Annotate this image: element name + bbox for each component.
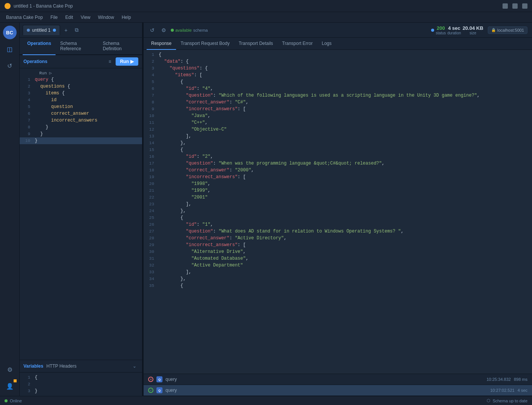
- tab-logs[interactable]: Logs: [317, 38, 336, 50]
- res-line: 32 "Active Department": [144, 262, 532, 269]
- tab-transport-details[interactable]: Transport Details: [234, 38, 278, 50]
- variables-header[interactable]: Variables HTTP Headers ⌄: [20, 360, 142, 373]
- history-time: 10:25:34.832: [487, 377, 511, 382]
- menu-view[interactable]: View: [77, 13, 93, 22]
- top-bar: ↺ ⚙ available schema 200 status: [144, 23, 532, 38]
- code-line: 10 }: [20, 137, 142, 144]
- tab-schema-reference[interactable]: Schema Reference: [56, 38, 98, 55]
- code-line: 1 query {: [20, 76, 142, 83]
- res-line: 34 },: [144, 276, 532, 282]
- query-type-badge: Q: [156, 387, 162, 393]
- res-line: 19 "incorrect_answers": [: [144, 174, 532, 180]
- size-value: 20.04 KB: [462, 25, 483, 31]
- code-line: 4 id: [20, 97, 142, 103]
- tab-schema-definition[interactable]: Schema Definition: [98, 38, 139, 55]
- online-status: Online: [10, 399, 22, 403]
- settings-button[interactable]: ⚙: [159, 26, 168, 34]
- menu-help[interactable]: Help: [119, 13, 134, 22]
- menu-edit[interactable]: Edit: [62, 13, 76, 22]
- res-line: 9 "incorrect_answers": [: [144, 106, 532, 112]
- code-line: 6 correct_answer: [20, 110, 142, 117]
- refresh-button[interactable]: ↺: [148, 26, 156, 34]
- menu-file[interactable]: File: [47, 13, 60, 22]
- res-line: 21 "1999",: [144, 187, 532, 194]
- code-line: 5 question: [20, 103, 142, 110]
- res-line: 31 "Automated Database",: [144, 255, 532, 262]
- online-dot: [5, 399, 8, 402]
- close-button[interactable]: [522, 3, 527, 9]
- res-line: 18 "correct_answer": "2000",: [144, 167, 532, 174]
- history-duration: 4 sec: [518, 388, 527, 393]
- tab-response[interactable]: Response: [147, 38, 176, 50]
- res-line: 24 },: [144, 208, 532, 214]
- history-item-error[interactable]: ✕ Q query 10:25:34.832 898 ms: [144, 374, 532, 385]
- settings-icon[interactable]: ⚙: [3, 363, 17, 376]
- tab-operations[interactable]: Operations: [23, 38, 56, 55]
- prettify-button[interactable]: ≡: [106, 57, 114, 66]
- title-bar: untitled 1 - Banana Cake Pop: [0, 0, 532, 12]
- status-dot: [431, 29, 434, 32]
- res-line: 22 "2001": [144, 194, 532, 201]
- top-bar-left: ↺ ⚙ available schema: [148, 26, 208, 34]
- operations-header: Operations ≡ Run ▶: [20, 55, 142, 68]
- res-line: 17 "question": "When was the programming…: [144, 160, 532, 167]
- code-editor[interactable]: Run ▷ 1 query { 2 questions { 3 items { …: [20, 68, 142, 360]
- res-line: 33 ],: [144, 269, 532, 276]
- res-line: 1{: [144, 51, 532, 58]
- tab-transport-request[interactable]: Transport Request Body: [176, 38, 234, 50]
- sidebar: BC ◫ ↺ ⚙ 👤: [0, 23, 20, 396]
- window-controls[interactable]: [503, 3, 527, 9]
- run-button[interactable]: Run ▶: [116, 57, 138, 66]
- lock-icon: 🔒: [491, 28, 496, 32]
- size-label: size: [470, 31, 476, 35]
- history-item-success[interactable]: ✓ Q query 10:27:02.521 4 sec: [144, 385, 532, 396]
- res-line: 13 ],: [144, 133, 532, 140]
- variables-tab[interactable]: Variables: [23, 363, 43, 369]
- res-line: 16 "id": "2",: [144, 153, 532, 160]
- schema-status: available schema: [171, 28, 208, 32]
- res-line: 26 "id": "1",: [144, 221, 532, 228]
- run-icon: ▶: [130, 59, 134, 64]
- http-headers-tab[interactable]: HTTP Headers: [46, 363, 77, 369]
- history-time: 10:27:02.521: [490, 388, 514, 393]
- collapse-button[interactable]: ⌄: [131, 362, 138, 370]
- documents-icon[interactable]: ◫: [3, 42, 17, 56]
- split-editor-button[interactable]: ⧉: [72, 26, 81, 35]
- res-line: 23 ],: [144, 201, 532, 208]
- status-item-size: 20.04 KB size: [462, 25, 483, 35]
- res-line: 27 "question": "What does AD stand for i…: [144, 228, 532, 235]
- schema-up-to-date-icon: ⬡: [487, 398, 490, 403]
- schema-status-text: Schema up to date: [493, 399, 527, 403]
- response-tabs: Response Transport Request Body Transpor…: [144, 38, 532, 50]
- bottom-left: Online: [5, 399, 22, 403]
- menu-app[interactable]: Banana Cake Pop: [3, 13, 46, 22]
- duration-value: 4 sec: [448, 25, 461, 31]
- res-line: 10 "Java",: [144, 112, 532, 119]
- tab-title: untitled 1: [32, 28, 51, 33]
- history-query-label: query: [165, 377, 484, 382]
- maximize-button[interactable]: [512, 3, 518, 9]
- tab-transport-error[interactable]: Transport Error: [278, 38, 317, 50]
- menu-window[interactable]: Window: [95, 13, 117, 22]
- tab-unsaved-indicator: [53, 29, 56, 32]
- variables-content[interactable]: 1 { 2 3 }: [20, 373, 142, 396]
- minimize-button[interactable]: [503, 3, 508, 9]
- code-line: 3 items {: [20, 90, 142, 97]
- var-line: 2: [20, 381, 142, 388]
- response-content[interactable]: 1{ 2 "data": { 3 "questions": { 4 "items…: [144, 50, 532, 374]
- res-line: 12 "Objective-C": [144, 126, 532, 133]
- status-item-duration: 4 sec duration: [447, 25, 461, 35]
- ops-actions: ≡ Run ▶: [106, 57, 138, 66]
- res-line: 7 "question": "Which of the following la…: [144, 92, 532, 99]
- tab-icon: [27, 29, 30, 32]
- res-line: 29 "incorrect_answers": [: [144, 242, 532, 248]
- new-tab-button[interactable]: +: [62, 26, 71, 35]
- schema-online-dot: [171, 29, 174, 32]
- tab-untitled1[interactable]: untitled 1: [23, 25, 60, 35]
- user-icon[interactable]: 👤: [3, 379, 17, 393]
- res-line: 15 {: [144, 146, 532, 153]
- status-label: status: [436, 31, 446, 35]
- history-icon[interactable]: ↺: [3, 59, 17, 72]
- avatar[interactable]: BC: [3, 26, 17, 39]
- endpoint-badge[interactable]: 🔒 localhost:5001: [488, 26, 527, 34]
